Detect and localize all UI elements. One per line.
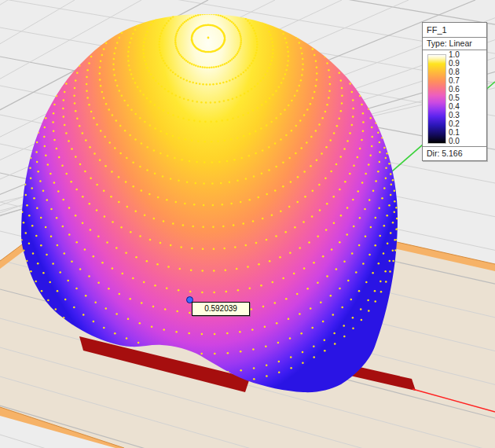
- pick-value-tooltip: 0.592039: [192, 302, 250, 316]
- legend-directivity: Dir: 5.166: [423, 147, 486, 160]
- tick-label: 0.0: [449, 138, 480, 145]
- legend-scale-type: Type: Linear: [423, 38, 486, 50]
- colorbar-gradient: [427, 54, 446, 144]
- legend-title: FF_1: [423, 23, 486, 38]
- tick-label: 0.7: [449, 77, 480, 85]
- tick-label: 0.9: [449, 60, 480, 68]
- tick-label: 0.5: [449, 94, 480, 102]
- tick-label: 0.2: [449, 120, 480, 128]
- tick-label: 0.8: [449, 68, 480, 76]
- colorbar-tick-labels: 1.0 0.9 0.8 0.7 0.6 0.5 0.4 0.3 0.2 0.1 …: [449, 50, 480, 146]
- tick-label: 1.0: [449, 51, 480, 59]
- tick-label: 0.4: [449, 103, 480, 111]
- legend-colorbar-section: 1.0 0.9 0.8 0.7 0.6 0.5 0.4 0.3 0.2 0.1 …: [423, 50, 486, 147]
- farfield-scene[interactable]: [0, 0, 495, 448]
- tick-label: 0.1: [449, 129, 480, 137]
- 3d-viewport[interactable]: FF_1 Type: Linear 1.0 0.9 0.8 0.7 0.6 0.…: [0, 0, 495, 448]
- tick-label: 0.6: [449, 86, 480, 94]
- tick-label: 0.3: [449, 112, 480, 119]
- farfield-legend: FF_1 Type: Linear 1.0 0.9 0.8 0.7 0.6 0.…: [422, 22, 487, 161]
